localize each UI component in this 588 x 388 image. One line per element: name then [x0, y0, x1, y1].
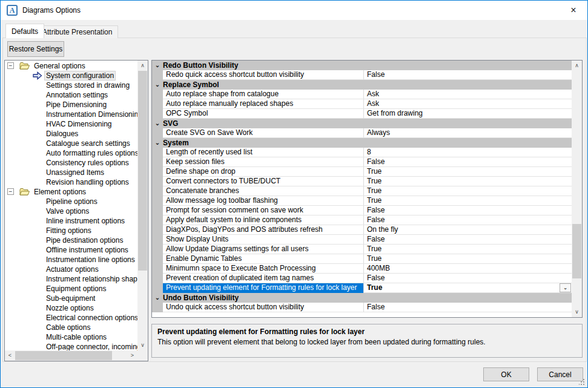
- grid-row[interactable]: Auto replace manually replaced shapesAsk: [152, 99, 572, 109]
- grid-property-name[interactable]: Auto replace manually replaced shapes: [163, 99, 363, 109]
- collapse-icon[interactable]: −: [7, 188, 14, 195]
- grid-property-value[interactable]: Always: [363, 128, 572, 138]
- grid-section-row[interactable]: ⌄Replace Symbol: [152, 80, 572, 90]
- grid-property-value[interactable]: True: [363, 186, 572, 196]
- resize-grip-icon[interactable]: [579, 379, 585, 385]
- grid-property-value[interactable]: False: [363, 235, 572, 245]
- grid-row[interactable]: Auto replace shape from catalogueAsk: [152, 90, 572, 99]
- tree-item[interactable]: Auto formatting rules options: [5, 148, 138, 158]
- tree-item[interactable]: Unassigned Items: [5, 168, 138, 177]
- grid-property-value[interactable]: True: [363, 177, 572, 186]
- tree-item[interactable]: Multi-cable options: [5, 332, 138, 342]
- grid-row[interactable]: Prevent creation of duplicated item tag …: [152, 274, 572, 283]
- grid-property-value[interactable]: 8: [363, 148, 572, 157]
- grid-property-name[interactable]: Enable Dynamic Tables: [163, 254, 363, 264]
- grid-property-value[interactable]: False: [363, 206, 572, 215]
- combo-dropdown-icon[interactable]: ⌄: [560, 283, 571, 292]
- grid-section-row[interactable]: ⌄Redo Button Visibility: [152, 61, 572, 70]
- grid-property-name[interactable]: Prevent updating element for Formatting …: [163, 283, 363, 293]
- section-collapse-icon[interactable]: ⌄: [152, 119, 163, 128]
- ok-button[interactable]: OK: [483, 367, 529, 381]
- grid-property-name[interactable]: Prompt for session comment on save work: [163, 206, 363, 215]
- grid-property-name[interactable]: Apply default system to inline component…: [163, 215, 363, 225]
- grid-row[interactable]: Apply default system to inline component…: [152, 215, 572, 225]
- grid-property-name[interactable]: Define shape on drop: [163, 167, 363, 177]
- tree-item[interactable]: Settings stored in drawing: [5, 81, 138, 90]
- tab-attribute-presentation[interactable]: Attribute Presentation: [36, 25, 118, 38]
- scroll-right-icon[interactable]: >: [127, 350, 137, 361]
- tree-item[interactable]: Actuator options: [5, 265, 138, 274]
- grid-property-value[interactable]: False: [363, 157, 572, 167]
- section-collapse-icon[interactable]: ⌄: [152, 293, 163, 303]
- tree-item[interactable]: Dialogues: [5, 129, 138, 139]
- tree-group-row[interactable]: −General options: [5, 61, 138, 71]
- grid-property-name[interactable]: Convert connectors to TUBE/DUCT: [163, 177, 363, 186]
- grid-property-value[interactable]: 400MB: [363, 264, 572, 274]
- grid-property-name[interactable]: OPC Symbol: [163, 109, 363, 119]
- grid-row[interactable]: Convert connectors to TUBE/DUCTTrue: [152, 177, 572, 186]
- grid-property-name[interactable]: Allow Update Diagrams settings for all u…: [163, 245, 363, 254]
- grid-property-name[interactable]: Undo quick access shortcut button visibi…: [163, 303, 363, 312]
- close-icon[interactable]: ×: [564, 3, 583, 18]
- tree-vscroll-thumb[interactable]: [138, 71, 147, 271]
- grid-row[interactable]: Concatenate branchesTrue: [152, 186, 572, 196]
- tree-item[interactable]: Equipment options: [5, 284, 138, 294]
- grid-row[interactable]: Allow message log toolbar flashingTrue: [152, 196, 572, 206]
- tab-defaults[interactable]: Defaults: [5, 24, 44, 38]
- tree-item[interactable]: Nozzle options: [5, 303, 138, 313]
- grid-property-name[interactable]: Prevent creation of duplicated item tag …: [163, 274, 363, 283]
- tree-item[interactable]: Consistency rules options: [5, 158, 138, 168]
- grid-property-name[interactable]: Concatenate branches: [163, 186, 363, 196]
- tree-hscroll-thumb[interactable]: [15, 351, 112, 360]
- tree-item[interactable]: Instrumentation Dimensioning: [5, 110, 138, 119]
- scroll-left-icon[interactable]: <: [5, 350, 15, 361]
- grid-property-value[interactable]: True: [363, 167, 572, 177]
- grid-property-name[interactable]: DiagXPos, DiagYPos and POS attributes re…: [163, 225, 363, 235]
- tree-item[interactable]: Sub-equipment: [5, 294, 138, 303]
- tree-vertical-scrollbar[interactable]: ∧ ∨: [137, 61, 148, 350]
- grid-property-value[interactable]: True: [363, 196, 572, 206]
- grid-property-name[interactable]: Allow message log toolbar flashing: [163, 196, 363, 206]
- scroll-up-icon[interactable]: ∧: [572, 61, 582, 71]
- tree-item[interactable]: Fitting options: [5, 226, 138, 235]
- grid-property-name[interactable]: Keep session files: [163, 157, 363, 167]
- grid-property-value[interactable]: False: [363, 70, 572, 80]
- grid-property-value[interactable]: True⌄: [363, 283, 572, 293]
- scroll-down-icon[interactable]: ∨: [137, 340, 148, 350]
- grid-property-name[interactable]: Create SVG on Save Work: [163, 128, 363, 138]
- tree-item[interactable]: Instrument relationship shape opt: [5, 274, 138, 284]
- tree-item[interactable]: System configuration: [5, 71, 138, 81]
- tree-item[interactable]: Cable options: [5, 323, 138, 332]
- scroll-up-icon[interactable]: ∧: [137, 61, 148, 71]
- grid-section-row[interactable]: ⌄System: [152, 138, 572, 148]
- grid-property-name[interactable]: Length of recently used list: [163, 148, 363, 157]
- tree-item[interactable]: HVAC Dimensioning: [5, 119, 138, 129]
- grid-property-value[interactable]: Ask: [363, 90, 572, 99]
- restore-settings-button[interactable]: Restore Settings: [7, 41, 64, 57]
- grid-property-value[interactable]: False: [363, 274, 572, 283]
- tree-item[interactable]: Off-page connector, incoming on: [5, 342, 138, 350]
- grid-row[interactable]: Prompt for session comment on save workF…: [152, 206, 572, 215]
- grid-row[interactable]: Enable Dynamic TablesTrue: [152, 254, 572, 264]
- grid-row[interactable]: DiagXPos, DiagYPos and POS attributes re…: [152, 225, 572, 235]
- tree-item[interactable]: Pipe Dimensioning: [5, 100, 138, 110]
- tree-item[interactable]: Valve options: [5, 206, 138, 216]
- grid-row[interactable]: OPC SymbolGet from drawing: [152, 109, 572, 119]
- grid-property-value[interactable]: False: [363, 215, 572, 225]
- grid-row[interactable]: Define shape on dropTrue: [152, 167, 572, 177]
- grid-vertical-scrollbar[interactable]: ∧ ∨: [572, 61, 582, 317]
- section-collapse-icon[interactable]: ⌄: [152, 80, 163, 90]
- grid-row[interactable]: Redo quick access shortcut button visibi…: [152, 70, 572, 80]
- scroll-down-icon[interactable]: ∨: [572, 307, 582, 317]
- grid-row[interactable]: Prevent updating element for Formatting …: [152, 283, 572, 293]
- section-collapse-icon[interactable]: ⌄: [152, 138, 163, 148]
- tree-item[interactable]: Instrumentation line options: [5, 255, 138, 265]
- tree-item[interactable]: Catalogue search settings: [5, 139, 138, 148]
- grid-row[interactable]: Keep session filesFalse: [152, 157, 572, 167]
- grid-section-row[interactable]: ⌄Undo Button Visibility: [152, 293, 572, 303]
- grid-row[interactable]: Create SVG on Save WorkAlways: [152, 128, 572, 138]
- section-collapse-icon[interactable]: ⌄: [152, 61, 163, 70]
- tree-item[interactable]: Inline instrument options: [5, 216, 138, 226]
- tree-item[interactable]: Electrical connection options: [5, 313, 138, 323]
- grid-row[interactable]: Allow Update Diagrams settings for all u…: [152, 245, 572, 254]
